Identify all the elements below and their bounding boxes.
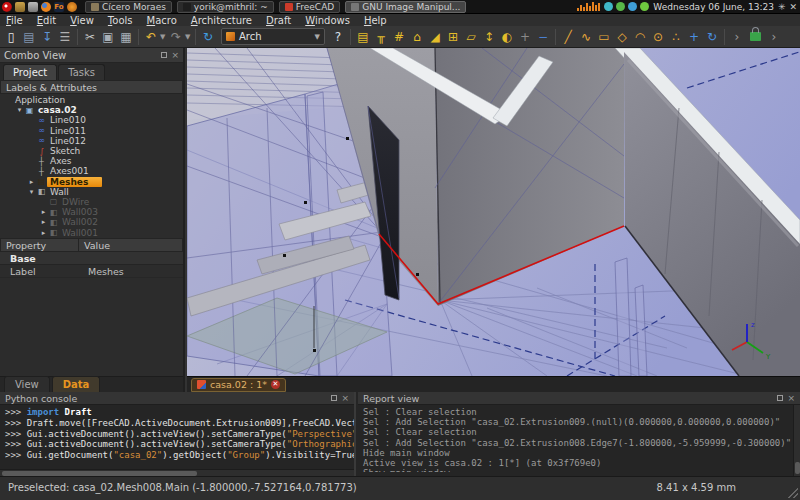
arch-roof-icon[interactable]: ◢ bbox=[426, 28, 444, 46]
tab-tasks[interactable]: Tasks bbox=[58, 64, 105, 80]
arch-structure-icon[interactable]: ╥ bbox=[372, 28, 390, 46]
tab-project[interactable]: Project bbox=[3, 64, 57, 80]
tree-item-wall001[interactable]: ▸◧Wall001 bbox=[0, 227, 183, 237]
draft-line-icon[interactable]: ╱ bbox=[559, 28, 577, 46]
menu-help[interactable]: Help bbox=[364, 15, 387, 26]
debian-menu-icon[interactable] bbox=[2, 2, 12, 12]
arch-building-icon[interactable]: ⌂ bbox=[408, 28, 426, 46]
arch-add-component-icon[interactable]: + bbox=[516, 28, 534, 46]
files-icon[interactable] bbox=[15, 2, 25, 12]
tree-item-axes001[interactable]: ┼Axes001 bbox=[0, 166, 183, 176]
taskbar-window-button[interactable]: GNU Image Manipul... bbox=[345, 1, 466, 13]
menu-edit[interactable]: Edit bbox=[37, 15, 56, 26]
update-ok-tray-icon[interactable] bbox=[640, 2, 649, 11]
tree-item-meshes[interactable]: ▸▤Meshes bbox=[0, 177, 183, 187]
save-file-icon[interactable]: ↧ bbox=[38, 28, 56, 46]
menu-draft[interactable]: Draft bbox=[266, 15, 291, 26]
close-panel-icon[interactable]: × bbox=[787, 393, 795, 403]
undo-icon[interactable]: ↶ bbox=[142, 28, 160, 46]
settings-gear-icon[interactable]: ✳ bbox=[778, 2, 786, 12]
tree-item-casa.02[interactable]: ▾▣casa.02 bbox=[0, 105, 183, 115]
workbench-selector[interactable]: Arch▼ bbox=[221, 28, 325, 45]
close-panel-icon[interactable]: × bbox=[341, 393, 349, 403]
python-console-input[interactable]: >>> import Draft>>> Draft.move([FreeCAD.… bbox=[0, 405, 354, 463]
tab-data[interactable]: Data bbox=[52, 376, 101, 392]
new-file-icon[interactable]: ▯ bbox=[2, 28, 20, 46]
draft-rectangle-icon[interactable]: ▭ bbox=[595, 28, 613, 46]
menu-tools[interactable]: Tools bbox=[108, 15, 133, 26]
twitter-tray-icon[interactable] bbox=[628, 2, 637, 11]
menu-view[interactable]: View bbox=[70, 15, 94, 26]
expand-arrow-icon[interactable]: ▸ bbox=[39, 229, 48, 237]
scrollbar-thumb[interactable] bbox=[795, 462, 800, 474]
close-panel-icon[interactable]: × bbox=[171, 50, 179, 60]
horizontal-scrollbar[interactable] bbox=[0, 469, 354, 476]
tree-item-line010[interactable]: ∞Line010 bbox=[0, 115, 183, 125]
draft-circle-icon[interactable]: ⊙ bbox=[649, 28, 667, 46]
open-file-icon[interactable]: ▤ bbox=[20, 28, 38, 46]
software-tray-icon[interactable] bbox=[616, 2, 625, 11]
tree-item-dwire[interactable]: ▢DWire bbox=[0, 197, 183, 207]
arch-axis-icon[interactable]: ↕ bbox=[480, 28, 498, 46]
tree-item-line012[interactable]: ∞Line012 bbox=[0, 136, 183, 146]
expand-arrow-icon[interactable]: ▾ bbox=[27, 188, 36, 196]
arch-panel-icon[interactable]: ▱ bbox=[462, 28, 480, 46]
network-tray-icon[interactable] bbox=[604, 2, 613, 11]
print-icon[interactable]: ☰ bbox=[56, 28, 74, 46]
close-session-icon[interactable]: ✕ bbox=[789, 2, 797, 12]
tree-item-wall[interactable]: ▾◧Wall bbox=[0, 187, 183, 197]
chevron-down-icon[interactable]: ▼ bbox=[185, 33, 192, 41]
taskbar-window-button[interactable]: Cícero Moraes bbox=[85, 1, 172, 13]
float-panel-icon[interactable] bbox=[161, 52, 167, 58]
app-launcher-icon[interactable] bbox=[67, 2, 77, 12]
vertical-scrollbar[interactable] bbox=[793, 405, 800, 476]
arch-rebar-icon[interactable]: # bbox=[390, 28, 408, 46]
arch-section-plane-icon[interactable]: ◐ bbox=[498, 28, 516, 46]
draft-polygon-icon[interactable]: ◇ bbox=[613, 28, 631, 46]
tree-item-line011[interactable]: ∞Line011 bbox=[0, 126, 183, 136]
fonts-app-icon[interactable]: Fo bbox=[54, 2, 64, 12]
menu-windows[interactable]: Windows bbox=[305, 15, 350, 26]
window-list-icon[interactable] bbox=[28, 2, 38, 12]
toolbar-overflow-right-icon[interactable]: › bbox=[765, 28, 783, 46]
menu-file[interactable]: File bbox=[6, 15, 23, 26]
whats-this-icon[interactable]: ? bbox=[329, 28, 347, 46]
paste-icon[interactable]: ▦ bbox=[117, 28, 135, 46]
draft-point-icon[interactable]: ∴ bbox=[667, 28, 685, 46]
expand-arrow-icon[interactable]: ▾ bbox=[15, 106, 24, 114]
chevron-down-icon[interactable]: ▼ bbox=[160, 33, 167, 41]
expand-arrow-icon[interactable]: ▸ bbox=[39, 218, 48, 226]
lock-icon[interactable] bbox=[750, 32, 761, 41]
float-panel-icon[interactable] bbox=[777, 395, 783, 401]
firefox-icon[interactable] bbox=[41, 2, 51, 12]
tab-view[interactable]: View bbox=[4, 376, 50, 392]
toolbar-overflow-left-icon[interactable]: › bbox=[728, 28, 746, 46]
taskbar-window-button[interactable]: FreeCAD bbox=[279, 1, 340, 13]
expand-arrow-icon[interactable]: ▸ bbox=[39, 208, 48, 216]
draft-wire-icon[interactable]: ∿ bbox=[577, 28, 595, 46]
property-group-base[interactable]: Base bbox=[0, 252, 183, 265]
arch-remove-component-icon[interactable]: − bbox=[534, 28, 552, 46]
tree-item-sketch[interactable]: ∫Sketch bbox=[0, 146, 183, 156]
3d-viewport[interactable]: z Y bbox=[187, 48, 800, 376]
draft-rotate-icon[interactable]: ↻ bbox=[703, 28, 721, 46]
resize-grip[interactable] bbox=[788, 488, 798, 498]
menu-architecture[interactable]: Architecture bbox=[191, 15, 252, 26]
float-panel-icon[interactable] bbox=[331, 395, 337, 401]
3d-scene[interactable]: z Y bbox=[187, 48, 800, 376]
tab-close-icon[interactable]: ✕ bbox=[271, 380, 280, 389]
cut-icon[interactable]: ✂ bbox=[81, 28, 99, 46]
document-tab[interactable]: casa.02 : 1* ✕ bbox=[191, 378, 286, 392]
property-value[interactable]: Meshes bbox=[78, 265, 124, 277]
tree-item-axes[interactable]: ┼Axes bbox=[0, 156, 183, 166]
expand-arrow-icon[interactable]: ▸ bbox=[27, 178, 36, 186]
copy-icon[interactable]: ▣ bbox=[99, 28, 117, 46]
redo-icon[interactable]: ↷ bbox=[167, 28, 185, 46]
arch-window-icon[interactable]: ⊞ bbox=[444, 28, 462, 46]
property-row-label[interactable]: Label Meshes bbox=[0, 265, 183, 278]
refresh-icon[interactable]: ↻ bbox=[199, 28, 217, 46]
tree-item-wall002[interactable]: ▸◧Wall002 bbox=[0, 217, 183, 227]
taskbar-window-button[interactable]: yorik@mithril: ~ bbox=[177, 1, 274, 13]
arch-wall-icon[interactable]: ▤ bbox=[354, 28, 372, 46]
tree-item-wall003[interactable]: ▸◧Wall003 bbox=[0, 207, 183, 217]
